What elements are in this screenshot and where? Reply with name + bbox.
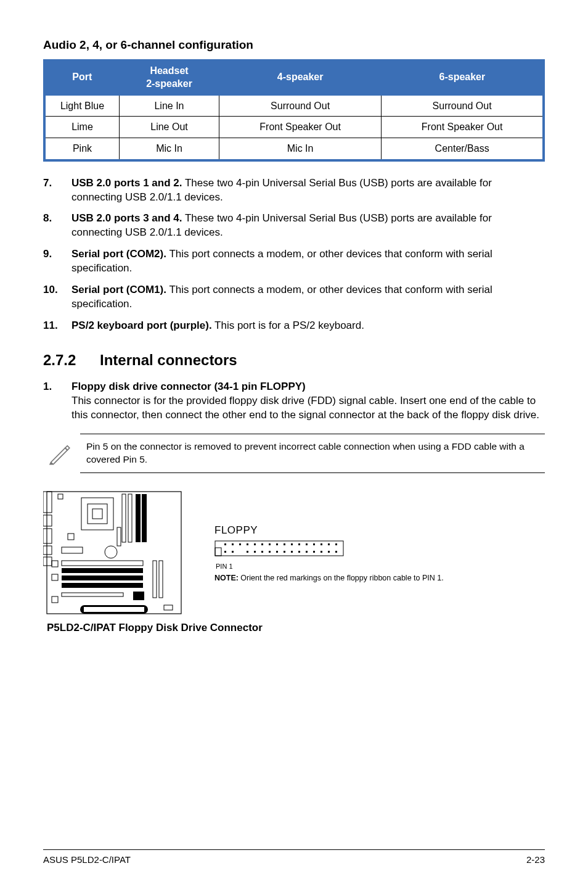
item-lead: USB 2.0 ports 3 and 4.	[71, 212, 182, 224]
item-body: Serial port (COM2). This port connects a…	[71, 247, 545, 276]
svg-rect-6	[81, 498, 113, 530]
item-lead: USB 2.0 ports 1 and 2.	[71, 177, 182, 189]
svg-rect-49	[335, 543, 337, 545]
svg-rect-37	[247, 543, 248, 545]
cell-4sp: Surround Out	[219, 95, 382, 117]
item-lead: Serial port (COM2).	[71, 248, 166, 260]
svg-rect-12	[128, 494, 132, 542]
item-body: PS/2 keyboard port (purple). This port i…	[71, 319, 545, 333]
item-number: 10.	[43, 283, 71, 311]
floppy-connector-detail: FLOPPY PIN 1 NOTE: Orient the red markin…	[214, 524, 545, 583]
svg-rect-25	[133, 592, 144, 600]
svg-point-16	[105, 546, 117, 558]
floppy-connector-icon	[214, 540, 545, 561]
pin1-label: PIN 1	[216, 562, 545, 571]
note-block: Pin 5 on the connector is removed to pre…	[43, 434, 545, 473]
svg-rect-18	[62, 568, 143, 573]
svg-rect-43	[291, 543, 293, 545]
svg-rect-27	[84, 607, 144, 612]
cell-port: Lime	[44, 117, 120, 138]
svg-rect-1	[43, 492, 52, 513]
item-number: 8.	[43, 212, 71, 240]
list-item: 9. Serial port (COM2). This port connect…	[43, 247, 545, 276]
cell-6sp: Surround Out	[382, 95, 544, 117]
svg-rect-52	[247, 551, 248, 553]
rear-port-list: 7. USB 2.0 ports 1 and 2. These two 4-pi…	[43, 176, 545, 333]
table-row: Pink Mic In Mic In Center/Bass	[44, 138, 544, 160]
svg-rect-58	[291, 551, 293, 553]
list-item: 8. USB 2.0 ports 3 and 4. These two 4-pi…	[43, 212, 545, 240]
svg-rect-38	[254, 543, 256, 545]
item-lead: PS/2 keyboard port (purple).	[71, 320, 212, 331]
svg-rect-33	[215, 548, 221, 556]
list-item: 1. Floppy disk drive connector (34-1 pin…	[43, 380, 545, 423]
svg-rect-59	[298, 551, 300, 553]
svg-rect-23	[52, 574, 58, 580]
svg-rect-47	[321, 543, 322, 545]
svg-rect-40	[269, 543, 271, 545]
svg-rect-28	[153, 561, 157, 598]
svg-rect-57	[284, 551, 285, 553]
svg-rect-31	[62, 547, 83, 553]
svg-rect-32	[215, 541, 343, 556]
svg-rect-34	[224, 543, 226, 545]
list-item: 10. Serial port (COM1). This port connec…	[43, 283, 545, 311]
th-4speaker: 4-speaker	[219, 60, 382, 95]
svg-rect-60	[306, 551, 308, 553]
svg-rect-35	[232, 543, 234, 545]
subsection-header: 2.7.2 Internal connectors	[43, 350, 545, 370]
item-rest: This connector is for the provided flopp…	[71, 395, 539, 421]
svg-rect-30	[164, 605, 173, 610]
floppy-note-lead: NOTE:	[214, 574, 239, 582]
diagram-caption: P5LD2-C/IPAT Floppy Disk Drive Connector	[47, 621, 545, 635]
svg-rect-48	[328, 543, 330, 545]
svg-rect-4	[43, 546, 52, 555]
th-6speaker: 6-speaker	[382, 60, 544, 95]
footer-left: ASUS P5LD2-C/IPAT	[43, 854, 131, 866]
svg-rect-62	[321, 551, 322, 553]
svg-rect-46	[313, 543, 315, 545]
item-number: 11.	[43, 319, 71, 333]
floppy-note: NOTE: Orient the red markings on the flo…	[214, 574, 545, 584]
svg-rect-42	[284, 543, 285, 545]
svg-rect-61	[313, 551, 315, 553]
cell-6sp: Center/Bass	[382, 138, 544, 160]
list-item: 11. PS/2 keyboard port (purple). This po…	[43, 319, 545, 333]
item-body: Floppy disk drive connector (34-1 pin FL…	[71, 380, 545, 423]
svg-rect-29	[159, 561, 163, 598]
svg-rect-53	[254, 551, 256, 553]
cell-port: Pink	[44, 138, 120, 160]
item-number: 7.	[43, 176, 71, 205]
svg-rect-51	[232, 551, 234, 553]
svg-rect-36	[239, 543, 241, 545]
svg-rect-10	[68, 534, 74, 540]
th-headset: Headset2-speaker	[120, 60, 219, 95]
svg-rect-3	[43, 529, 52, 543]
svg-rect-55	[269, 551, 271, 553]
internal-connector-list: 1. Floppy disk drive connector (34-1 pin…	[43, 380, 545, 423]
svg-rect-41	[276, 543, 278, 545]
cell-headset: Line In	[120, 95, 219, 117]
svg-rect-11	[122, 494, 126, 542]
note-text: Pin 5 on the connector is removed to pre…	[80, 434, 545, 473]
floppy-diagram: FLOPPY PIN 1 NOTE: Orient the red markin…	[43, 488, 545, 619]
svg-rect-15	[117, 527, 121, 546]
pencil-icon	[47, 440, 80, 466]
svg-rect-64	[335, 551, 337, 553]
svg-rect-44	[298, 543, 300, 545]
footer-right: 2-23	[526, 854, 545, 866]
cell-headset: Line Out	[120, 117, 219, 138]
svg-rect-13	[136, 494, 141, 542]
svg-rect-22	[52, 561, 58, 567]
table-row: Light Blue Line In Surround Out Surround…	[44, 95, 544, 117]
audio-config-title: Audio 2, 4, or 6-channel configuration	[43, 37, 545, 53]
svg-rect-39	[261, 543, 263, 545]
table-row: Lime Line Out Front Speaker Out Front Sp…	[44, 117, 544, 138]
svg-rect-0	[47, 492, 181, 614]
cell-4sp: Mic In	[219, 138, 382, 160]
svg-rect-14	[142, 494, 147, 542]
svg-rect-19	[62, 576, 143, 580]
cell-6sp: Front Speaker Out	[382, 117, 544, 138]
svg-rect-9	[58, 494, 63, 499]
item-body: USB 2.0 ports 3 and 4. These two 4-pin U…	[71, 212, 545, 240]
